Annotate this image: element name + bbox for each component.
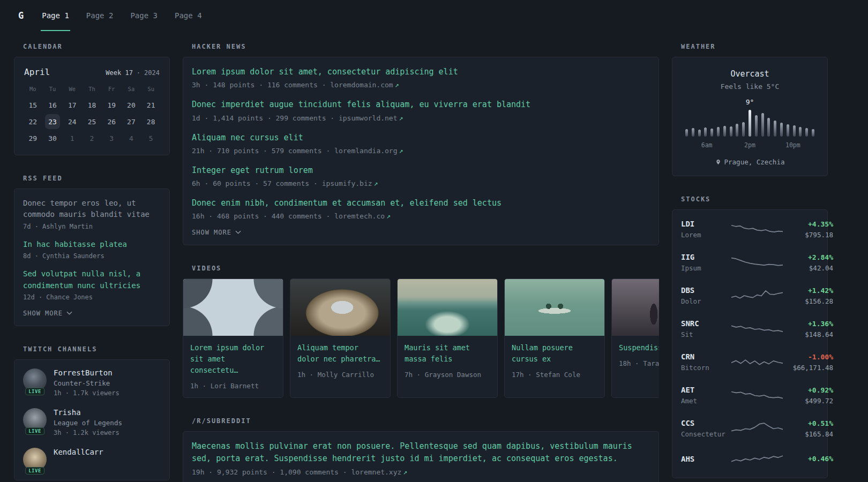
stock-id: DBS Dolor: [681, 286, 731, 305]
hacker-news-item-domain[interactable]: ipsumworld.net: [339, 114, 398, 122]
weather-location: Prague, Czechia: [682, 158, 818, 166]
stock-row[interactable]: AET Amet +0.92% $499.72: [681, 379, 819, 412]
video-title[interactable]: Mauris sit amet massa felis: [405, 342, 490, 365]
twitch-channel-info: ForrestBurton Counter-Strike 1h · 1.7k v…: [54, 368, 119, 397]
calendar-day: 20: [122, 97, 141, 113]
subreddit-post-domain[interactable]: loremnet.xyz: [351, 468, 401, 476]
weekday-label: Fr: [102, 81, 122, 96]
stock-row[interactable]: SNRC Sit +1.36% $148.64: [681, 312, 819, 345]
weather-bar: [742, 122, 745, 137]
weather-time-label: 6am: [685, 141, 728, 149]
hacker-news-item-title[interactable]: Lorem ipsum dolor sit amet, consectetur …: [192, 66, 650, 78]
rss-show-more-label: SHOW MORE: [23, 310, 63, 317]
tab-page-3[interactable]: Page 3: [129, 0, 159, 31]
subreddit-post-meta: 19h · 9,932 points · 1,090 comments · lo…: [192, 468, 650, 476]
hacker-news-show-more-button[interactable]: SHOW MORE: [192, 229, 241, 236]
stock-name: Ipsum: [681, 264, 731, 272]
rss-item-meta: 12d · Chance Jones: [23, 293, 161, 301]
calendar-day: 16: [43, 97, 63, 113]
hacker-news-item-title[interactable]: Integer eget rutrum lorem: [192, 164, 650, 177]
hacker-news-item-stats: 21h · 710 points · 579 comments ·: [192, 147, 330, 155]
subreddit-post-title[interactable]: Maecenas mollis pulvinar erat non posuer…: [192, 440, 650, 465]
video-card[interactable]: Suspendisse diam 18h · Tara: [611, 278, 659, 398]
video-meta: 1h · Lori Barnett: [190, 382, 276, 390]
tab-page-2[interactable]: Page 2: [85, 0, 115, 31]
calendar-section-title: CALENDAR: [23, 43, 170, 50]
weather-highlight-temp: 9°: [746, 98, 754, 106]
stock-row[interactable]: IIG Ipsum +2.84% $42.04: [681, 246, 819, 279]
twitch-channel-row[interactable]: LIVE ForrestBurton Counter-Strike 1h · 1…: [23, 368, 161, 397]
app-logo[interactable]: G: [14, 0, 28, 31]
stock-sparkline: [731, 254, 783, 270]
hacker-news-item-title[interactable]: Donec imperdiet augue tincidunt felis al…: [192, 99, 650, 111]
external-link-icon: ↗: [403, 468, 407, 476]
video-title[interactable]: Suspendisse diam: [619, 342, 659, 353]
video-meta: 18h · Tara: [619, 359, 659, 367]
calendar-day: 18: [82, 97, 102, 113]
twitch-channel-name[interactable]: Trisha: [54, 408, 122, 417]
hacker-news-item: Integer eget rutrum lorem 6h · 60 points…: [192, 164, 650, 187]
video-card[interactable]: Lorem ipsum dolor sit amet consectetu… 1…: [183, 278, 283, 398]
twitch-channel-meta: 1h · 1.7k viewers: [54, 389, 119, 397]
calendar-day: 24: [62, 114, 82, 130]
rss-item-title[interactable]: Sed volutpat nulla nisl, a condimentum n…: [23, 268, 161, 291]
stock-sparkline: [731, 387, 783, 403]
weather-bar: [685, 129, 688, 137]
stock-row[interactable]: AHS +0.46%: [681, 445, 819, 475]
tab-page-1[interactable]: Page 1: [41, 0, 70, 31]
video-title[interactable]: Aliquam tempor dolor nec pharetra…: [297, 342, 383, 365]
stock-row[interactable]: CCS Consectetur +0.51% $165.84: [681, 412, 819, 445]
calendar-day: 28: [141, 114, 161, 130]
twitch-channel-row[interactable]: LIVE KendallCarr: [23, 448, 161, 471]
twitch-channel-name[interactable]: ForrestBurton: [54, 368, 119, 377]
video-card[interactable]: Mauris sit amet massa felis 7h · Grayson…: [397, 278, 498, 398]
stock-change: +2.84%: [783, 253, 833, 261]
weather-bar: [755, 115, 758, 137]
calendar-day-next-month: 1: [62, 130, 82, 146]
hacker-news-card: Lorem ipsum dolor sit amet, consectetur …: [183, 57, 659, 245]
subreddit-card: Maecenas mollis pulvinar erat non posuer…: [183, 431, 659, 482]
stock-price: $42.04: [783, 264, 833, 272]
weather-bar: [698, 130, 701, 137]
stock-values: +2.84% $42.04: [783, 253, 833, 272]
rss-item-title[interactable]: In hac habitasse platea: [23, 239, 161, 250]
weather-bar-highlight: [749, 110, 751, 137]
rss-show-more-button[interactable]: SHOW MORE: [23, 310, 72, 317]
stock-row[interactable]: CRN Bitcorn -1.00% $66,171.48: [681, 345, 819, 379]
video-title[interactable]: Lorem ipsum dolor sit amet consectetu…: [190, 342, 276, 376]
stocks-section-title: STOCKS: [681, 195, 828, 203]
stock-values: -1.00% $66,171.48: [783, 353, 833, 372]
hacker-news-item-domain[interactable]: loremdomain.com: [330, 81, 393, 89]
video-title[interactable]: Nullam posuere cursus ex: [512, 342, 597, 365]
hacker-news-item-domain[interactable]: loremtech.co: [334, 212, 385, 220]
video-card[interactable]: Aliquam tempor dolor nec pharetra… 1h · …: [290, 278, 391, 398]
hacker-news-item-domain[interactable]: loremlandia.org: [334, 147, 397, 155]
twitch-section-title: TWITCH CHANNELS: [23, 345, 170, 353]
weather-bar: [717, 127, 720, 137]
tab-page-4[interactable]: Page 4: [174, 0, 203, 31]
stock-change: +4.35%: [783, 220, 833, 228]
twitch-channel-info: Trisha League of Legends 3h · 1.2k viewe…: [54, 408, 122, 436]
hacker-news-item-stats: 16h · 468 points · 440 comments ·: [192, 212, 330, 220]
hacker-news-item: Lorem ipsum dolor sit amet, consectetur …: [192, 66, 650, 89]
stock-name: Amet: [681, 397, 731, 405]
hacker-news-item-title[interactable]: Donec enim nibh, condimentum et accumsan…: [192, 197, 650, 209]
stock-row[interactable]: LDI Lorem +4.35% $795.18: [681, 213, 819, 246]
stock-id: IIG Ipsum: [681, 253, 731, 272]
hacker-news-section-title: HACKER NEWS: [192, 43, 659, 50]
video-thumbnail: [290, 279, 390, 336]
stock-name: Bitcorn: [681, 364, 731, 372]
twitch-channel-row[interactable]: LIVE Trisha League of Legends 3h · 1.2k …: [23, 408, 161, 436]
stock-sparkline: [731, 354, 783, 370]
calendar-day: 26: [102, 114, 122, 130]
hacker-news-item-domain[interactable]: ipsumify.biz: [322, 179, 372, 187]
weather-time-label: 2pm: [728, 141, 771, 149]
twitch-channel-name[interactable]: KendallCarr: [54, 448, 103, 456]
live-badge: LIVE: [25, 427, 44, 435]
rss-item-title[interactable]: Donec tempor eros leo, ut commodo mauris…: [23, 198, 161, 221]
hacker-news-item-title[interactable]: Aliquam nec cursus elit: [192, 132, 650, 144]
stock-row[interactable]: DBS Dolor +1.42% $156.28: [681, 279, 819, 312]
weather-bar: [812, 129, 814, 137]
page-tabs: Page 1 Page 2 Page 3 Page 4: [41, 0, 203, 31]
video-card[interactable]: Nullam posuere cursus ex 17h · Stefan Co…: [504, 278, 605, 398]
